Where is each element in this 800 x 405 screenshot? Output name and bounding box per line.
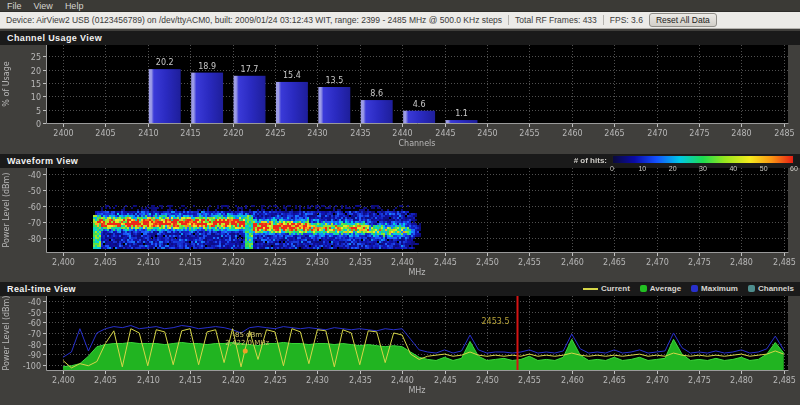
legend-label: Maximum <box>701 284 738 293</box>
legend-item-maximum: Maximum <box>691 284 738 293</box>
channel-usage-chart[interactable] <box>0 45 800 152</box>
hits-colorbar-tick: 60 <box>790 165 798 172</box>
status-bar: Device: AirView2 USB (0123456789) on /de… <box>0 12 800 29</box>
legend-item-average: Average <box>640 284 681 293</box>
legend-item-current: Current <box>583 284 630 293</box>
hits-colorbar-label: # of hits: <box>574 155 607 165</box>
hits-colorbar-gradient <box>612 155 794 164</box>
legend-swatch-maximum <box>691 285 698 292</box>
hits-colorbar-tick: 30 <box>699 165 707 172</box>
legend-item-channels: Channels <box>748 284 794 293</box>
realtime-chart[interactable] <box>0 296 800 405</box>
total-rf-frames: Total RF Frames: 433 <box>515 15 597 25</box>
app-window: File View Help Device: AirView2 USB (012… <box>0 0 800 405</box>
realtime-legend: CurrentAverageMaximumChannels <box>583 284 794 293</box>
legend-swatch-current <box>583 288 598 290</box>
legend-label: Current <box>601 284 630 293</box>
device-info: Device: AirView2 USB (0123456789) on /de… <box>6 15 502 25</box>
hits-colorbar-tick: 50 <box>760 165 768 172</box>
hits-colorbar-tick: 10 <box>638 165 646 172</box>
legend-label: Average <box>650 284 681 293</box>
menu-item-view[interactable]: View <box>30 1 61 11</box>
hits-colorbar-tick: 0 <box>610 165 614 172</box>
hits-colorbar: # of hits: 0102030405060 <box>574 155 794 173</box>
hits-colorbar-ticks: 0102030405060 <box>612 164 794 173</box>
hits-colorbar-tick: 20 <box>669 165 677 172</box>
menu-item-help[interactable]: Help <box>61 1 92 11</box>
panel-waveform: Waveform View # of hits: 0102030405060 <box>0 154 800 280</box>
waveform-body <box>0 168 800 280</box>
reset-all-data-button[interactable]: Reset All Data <box>649 13 717 27</box>
realtime-body <box>0 296 800 405</box>
statusbar-divider <box>508 15 509 25</box>
hits-colorbar-scale: 0102030405060 <box>612 155 794 173</box>
menu-bar: File View Help <box>0 0 800 12</box>
statusbar-divider <box>603 15 604 25</box>
legend-swatch-average <box>640 285 647 292</box>
hits-colorbar-tick: 40 <box>729 165 737 172</box>
channel-usage-body <box>0 45 800 152</box>
legend-swatch-channels <box>748 285 755 292</box>
legend-label: Channels <box>758 284 794 293</box>
channel-usage-title: Channel Usage View <box>0 31 800 45</box>
fps-value: FPS: 3.6 <box>610 15 643 25</box>
panel-realtime: Real-time View CurrentAverageMaximumChan… <box>0 282 800 405</box>
waveform-chart[interactable] <box>0 168 800 280</box>
menu-item-file[interactable]: File <box>3 1 30 11</box>
panel-channel-usage: Channel Usage View <box>0 31 800 152</box>
